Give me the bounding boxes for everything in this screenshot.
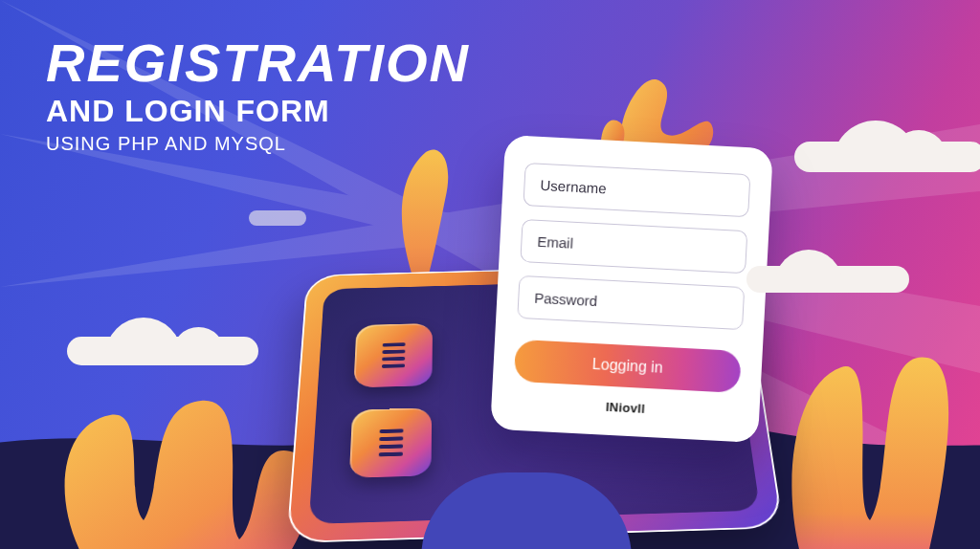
password-field[interactable] bbox=[517, 275, 745, 330]
cloud-icon bbox=[249, 210, 306, 226]
title-line1: REGISTRATION bbox=[46, 36, 470, 90]
app-tile-icon bbox=[349, 407, 432, 478]
list-icon bbox=[382, 342, 406, 368]
plant-left-icon bbox=[57, 348, 306, 549]
plant-right-icon bbox=[769, 329, 961, 549]
page-title: REGISTRATION AND LOGIN FORM USING PHP AN… bbox=[46, 36, 470, 155]
brand-label: INiovІl bbox=[512, 395, 738, 421]
title-line2: AND LOGIN FORM bbox=[46, 94, 470, 129]
cloud-icon bbox=[746, 266, 909, 293]
app-tile-icon bbox=[353, 323, 433, 387]
cloud-icon bbox=[67, 337, 258, 365]
login-card: Logging in INiovІl bbox=[490, 135, 773, 443]
title-line3: USING PHP AND MYSQL bbox=[46, 133, 470, 155]
username-field[interactable] bbox=[523, 163, 750, 217]
email-field[interactable] bbox=[520, 219, 747, 274]
login-button[interactable]: Logging in bbox=[514, 340, 742, 393]
cloud-icon bbox=[794, 142, 980, 172]
list-icon bbox=[379, 428, 404, 456]
